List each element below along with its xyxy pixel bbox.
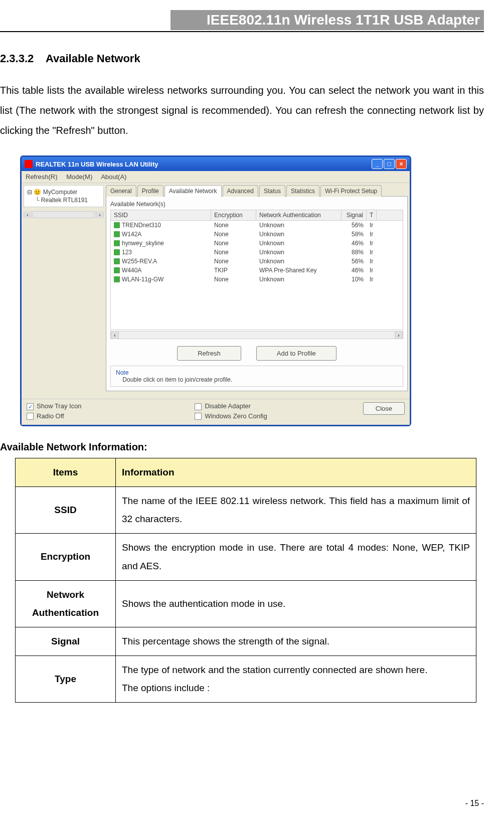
- tab-advanced[interactable]: Advanced: [223, 185, 258, 197]
- body-paragraph: This table lists the available wireless …: [0, 80, 484, 140]
- col-signal[interactable]: Signal: [342, 210, 367, 220]
- tree-child[interactable]: └ Realtek RTL8191: [35, 197, 100, 204]
- tab-status[interactable]: Status: [259, 185, 285, 197]
- item-name: Network Authentication: [16, 580, 116, 627]
- menu-refresh[interactable]: Refresh(R): [26, 173, 58, 181]
- show-tray-icon-checkbox[interactable]: ✓Show Tray Icon: [27, 402, 195, 410]
- list-item[interactable]: TRENDnet310NoneUnknown56%Ir: [111, 221, 403, 230]
- table-row: TypeThe type of network and the station …: [16, 656, 476, 702]
- note-text: Double click on item to join/create prof…: [122, 376, 232, 383]
- scroll-left-icon[interactable]: ‹: [111, 332, 119, 339]
- info-table: Items Information SSIDThe name of the IE…: [15, 458, 476, 703]
- table-row: EncryptionShows the encryption mode in u…: [16, 534, 476, 580]
- radio-off-checkbox[interactable]: Radio Off: [27, 412, 195, 420]
- windows-zero-config-checkbox[interactable]: Windows Zero Config: [195, 412, 363, 420]
- scroll-right-icon[interactable]: ›: [96, 211, 104, 218]
- app-icon: [25, 160, 33, 168]
- signal-icon: [114, 276, 120, 282]
- list-item[interactable]: hynwey_skylineNoneUnknown46%Ir: [111, 239, 403, 248]
- item-info: The type of network and the station curr…: [116, 656, 476, 702]
- note-label: Note: [116, 369, 128, 376]
- minimize-button[interactable]: _: [372, 159, 383, 169]
- signal-icon: [114, 222, 120, 228]
- signal-icon: [114, 267, 120, 273]
- add-to-profile-button[interactable]: Add to Profile: [256, 346, 337, 361]
- item-name: Type: [16, 656, 116, 702]
- menu-bar: Refresh(R) Mode(M) About(A): [22, 171, 410, 183]
- section-heading: 2.3.3.2 Available Network: [0, 52, 484, 65]
- bottom-options-bar: ✓Show Tray Icon Radio Off Disable Adapte…: [22, 399, 410, 425]
- window-title: REALTEK 11n USB Wireless LAN Utility: [36, 160, 158, 168]
- tab-profile[interactable]: Profile: [137, 185, 163, 197]
- list-item[interactable]: WLAN-11g-GWNoneUnknown10%Ir: [111, 275, 403, 284]
- item-info: Shows the encryption mode in use. There …: [116, 534, 476, 580]
- item-name: SSID: [16, 487, 116, 534]
- tab-available-network[interactable]: Available Network: [164, 185, 222, 197]
- tab-wps[interactable]: Wi-Fi Protect Setup: [320, 185, 382, 197]
- tab-statistics[interactable]: Statistics: [286, 185, 319, 197]
- list-header: SSID Encryption Network Authentication S…: [111, 210, 403, 221]
- page-number: - 15 -: [465, 799, 484, 808]
- item-name: Signal: [16, 627, 116, 656]
- sub-heading: Available Network Information:: [0, 441, 484, 453]
- refresh-button[interactable]: Refresh: [177, 346, 241, 361]
- window-titlebar: REALTEK 11n USB Wireless LAN Utility _ □…: [22, 157, 410, 171]
- menu-mode[interactable]: Mode(M): [66, 173, 92, 181]
- device-tree[interactable]: ⊟ 😐 MyComputer └ Realtek RTL8191: [24, 185, 104, 207]
- list-item[interactable]: W142ANoneUnknown58%Ir: [111, 230, 403, 239]
- list-scrollbar[interactable]: ‹ ›: [110, 331, 403, 339]
- col-type[interactable]: T: [367, 210, 377, 220]
- table-row: Network AuthenticationShows the authenti…: [16, 580, 476, 627]
- disable-adapter-checkbox[interactable]: Disable Adapter: [195, 402, 363, 410]
- header-underline: [0, 31, 484, 32]
- tree-root[interactable]: ⊟ 😐 MyComputer: [27, 189, 100, 196]
- tree-scrollbar[interactable]: ‹ ›: [24, 211, 104, 218]
- signal-icon: [114, 249, 120, 255]
- app-screenshot: REALTEK 11n USB Wireless LAN Utility _ □…: [20, 155, 411, 426]
- list-item[interactable]: W255-REV.ANoneUnknown56%Ir: [111, 257, 403, 266]
- item-name: Encryption: [16, 534, 116, 580]
- col-encryption[interactable]: Encryption: [211, 210, 256, 220]
- tab-content: Available Network(s) SSID Encryption Net…: [106, 196, 408, 391]
- scroll-right-icon[interactable]: ›: [395, 332, 403, 339]
- list-item[interactable]: 123NoneUnknown88%Ir: [111, 248, 403, 257]
- menu-about[interactable]: About(A): [101, 173, 126, 181]
- col-network-auth[interactable]: Network Authentication: [256, 210, 342, 220]
- col-ssid[interactable]: SSID: [111, 210, 211, 220]
- maximize-button[interactable]: □: [384, 159, 395, 169]
- tab-strip: General Profile Available Network Advanc…: [106, 185, 408, 197]
- section-number: 2.3.3.2: [0, 52, 34, 65]
- network-list[interactable]: SSID Encryption Network Authentication S…: [110, 210, 403, 330]
- window-close-button[interactable]: ×: [396, 159, 407, 169]
- th-information: Information: [116, 458, 476, 487]
- item-info: The name of the IEEE 802.11 wireless net…: [116, 487, 476, 534]
- group-label: Available Network(s): [110, 201, 403, 208]
- signal-icon: [114, 231, 120, 237]
- item-info: This percentage shows the strength of th…: [116, 627, 476, 656]
- table-row: SSIDThe name of the IEEE 802.11 wireless…: [16, 487, 476, 534]
- section-title: Available Network: [46, 52, 140, 65]
- item-info: Shows the authentication mode in use.: [116, 580, 476, 627]
- close-button[interactable]: Close: [363, 402, 405, 415]
- note-box: Note Double click on item to join/create…: [110, 366, 403, 387]
- document-header-bar: IEEE802.11n Wireless 1T1R USB Adapter: [171, 10, 484, 30]
- th-items: Items: [16, 458, 116, 487]
- table-row: SignalThis percentage shows the strength…: [16, 627, 476, 656]
- signal-icon: [114, 258, 120, 264]
- scroll-left-icon[interactable]: ‹: [24, 211, 32, 218]
- signal-icon: [114, 240, 120, 246]
- list-item[interactable]: W440ATKIPWPA Pre-Shared Key46%Ir: [111, 266, 403, 275]
- tab-general[interactable]: General: [106, 185, 136, 197]
